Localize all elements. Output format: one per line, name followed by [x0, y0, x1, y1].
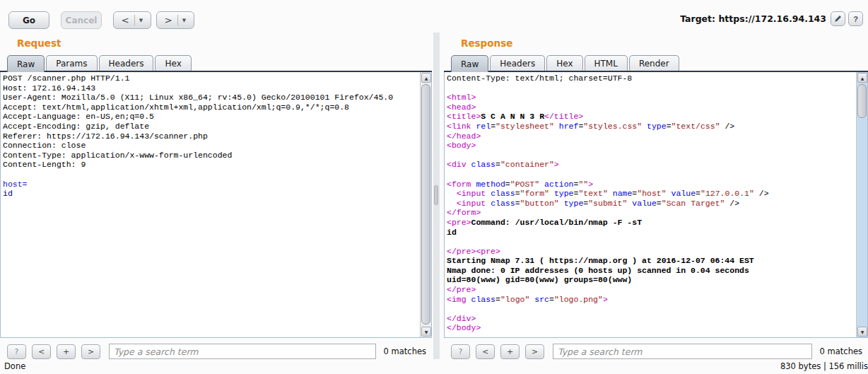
code-line: Content-Type: application/x-www-form-url…: [3, 151, 418, 160]
code-line: </pre><pre>: [447, 247, 855, 257]
tab-hex[interactable]: Hex: [546, 55, 582, 71]
code-line: Referer: https://172.16.94.143/scanner.p…: [3, 132, 418, 141]
code-line: <pre>Command: /usr/local/bin/nmap -F -sT: [447, 218, 855, 228]
code-line: Accept-Encoding: gzip, deflate: [3, 122, 418, 132]
status-text: Done: [4, 361, 25, 371]
request-text[interactable]: POST /scanner.php HTTP/1.1Host: 172.16.9…: [3, 74, 418, 336]
code-line: Connection: close: [3, 141, 418, 151]
code-line: Accept-Language: en-US,en;q=0.5: [3, 112, 418, 122]
scroll-up-icon[interactable]: ▲: [857, 73, 867, 83]
code-line: Accept: text/html,application/xhtml+xml,…: [3, 103, 418, 112]
search-input[interactable]: [109, 344, 376, 359]
search-options-button[interactable]: +: [57, 344, 76, 359]
code-line: </form>: [447, 208, 855, 218]
code-line: [447, 151, 855, 160]
response-status-text: 830 bytes | 156 millis: [780, 361, 868, 371]
code-line: <title>S C A N N 3 R</title>: [447, 112, 855, 122]
code-line: <div class="container">: [447, 160, 855, 170]
code-line: Nmap done: 0 IP addresses (0 hosts up) s…: [447, 266, 855, 276]
search-prev-button[interactable]: <: [476, 344, 495, 359]
code-line: [447, 237, 855, 247]
code-line: <head>: [447, 103, 855, 112]
code-line: </body>: [447, 323, 855, 333]
search-next-button[interactable]: >: [81, 344, 100, 359]
code-line: <link rel="stylesheet" href="styles.css"…: [447, 122, 855, 132]
repeater-window: Go Cancel < ▼ > ▼ Target: https://172.16…: [0, 0, 868, 374]
response-scrollbar[interactable]: ▲ ▼: [856, 72, 867, 337]
request-panel: Request Raw Params Headers Hex POST /sca…: [0, 0, 432, 374]
tab-params[interactable]: Params: [46, 55, 97, 71]
tab-hex[interactable]: Hex: [155, 55, 191, 71]
search-help-button[interactable]: ?: [451, 344, 470, 359]
code-line: Content-Type: text/html; charset=UTF-8: [447, 74, 855, 83]
scrollbar-thumb[interactable]: [421, 84, 430, 325]
code-line: User-Agent: Mozilla/5.0 (X11; Linux x86_…: [3, 93, 418, 103]
splitter-grip-icon[interactable]: [434, 185, 438, 205]
search-next-button[interactable]: >: [525, 344, 544, 359]
code-line: [447, 170, 855, 180]
scroll-down-icon[interactable]: ▼: [421, 327, 431, 337]
match-count: 0 matches: [384, 346, 426, 356]
response-tabbar: Raw Headers Hex HTML Render: [451, 55, 679, 72]
request-scrollbar[interactable]: ▲ ▼: [420, 72, 431, 337]
response-title: Response: [461, 37, 512, 49]
code-line: id: [447, 228, 855, 238]
tab-headers[interactable]: Headers: [490, 55, 545, 71]
tab-html[interactable]: HTML: [585, 55, 628, 71]
response-text[interactable]: Content-Type: text/html; charset=UTF-8 <…: [447, 74, 855, 336]
code-line: Host: 172.16.94.143: [3, 83, 418, 93]
scroll-up-icon[interactable]: ▲: [421, 73, 431, 83]
match-count: 0 matches: [820, 346, 862, 356]
tab-render[interactable]: Render: [629, 55, 679, 71]
code-line: <input class="button" type="submit" valu…: [447, 199, 855, 209]
code-line: POST /scanner.php HTTP/1.1: [3, 74, 418, 83]
code-line: </pre>: [447, 285, 855, 295]
code-line: <body>: [447, 141, 855, 151]
scroll-down-icon[interactable]: ▼: [857, 327, 867, 337]
code-line: <img class="logo" src="logo.png">: [447, 295, 855, 305]
response-search-bar: ? < + > 0 matches: [444, 344, 868, 359]
code-line: id: [3, 189, 418, 199]
request-tabbar: Raw Params Headers Hex: [7, 55, 192, 72]
code-line: [3, 170, 418, 180]
search-prev-button[interactable]: <: [32, 344, 51, 359]
code-line: <html>: [447, 93, 855, 103]
scrollbar-thumb[interactable]: [857, 84, 867, 118]
panel-splitter[interactable]: [433, 33, 440, 359]
search-help-button[interactable]: ?: [7, 344, 26, 359]
search-options-button[interactable]: +: [500, 344, 520, 359]
tab-headers[interactable]: Headers: [99, 55, 154, 71]
code-line: uid=80(www) gid=80(www) groups=80(www): [447, 275, 855, 285]
response-viewer[interactable]: Content-Type: text/html; charset=UTF-8 <…: [444, 72, 868, 338]
request-search-bar: ? < + > 0 matches: [0, 344, 432, 359]
code-line: [447, 83, 855, 93]
response-panel: Response Raw Headers Hex HTML Render Con…: [444, 0, 868, 374]
search-input[interactable]: [553, 344, 812, 359]
request-title: Request: [17, 37, 61, 49]
code-line: [447, 304, 855, 314]
tab-raw[interactable]: Raw: [7, 55, 45, 72]
code-line: <input class="form" type="text" name="ho…: [447, 189, 855, 199]
code-line: Starting Nmap 7.31 ( https://nmap.org ) …: [447, 256, 855, 266]
code-line: <form method="POST" action="">: [447, 180, 855, 189]
code-line: </head>: [447, 132, 855, 141]
code-line: Content-Length: 9: [3, 160, 418, 170]
code-line: </div>: [447, 314, 855, 324]
code-line: host=: [3, 180, 418, 189]
request-editor[interactable]: POST /scanner.php HTTP/1.1Host: 172.16.9…: [0, 72, 432, 338]
tab-raw[interactable]: Raw: [451, 55, 488, 72]
